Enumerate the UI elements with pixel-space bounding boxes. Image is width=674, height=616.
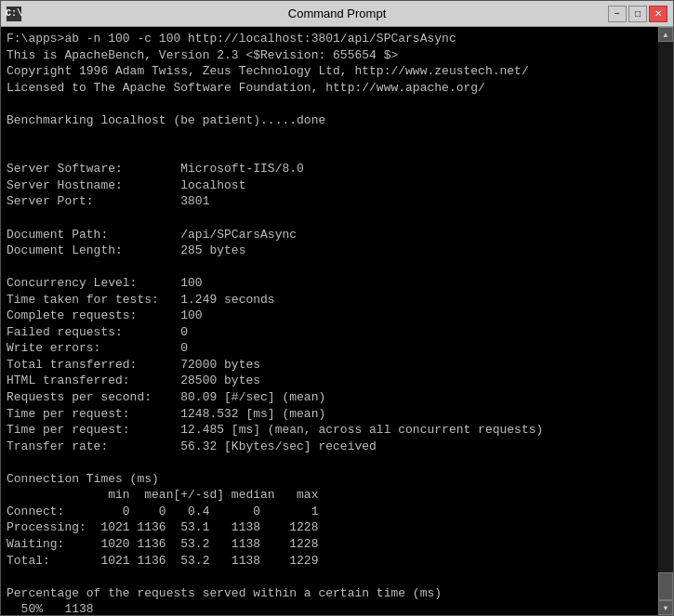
title-bar-left: C:\ — [7, 7, 21, 21]
window-title: Command Prompt — [288, 7, 386, 20]
title-bar: C:\ Command Prompt − □ ✕ — [1, 1, 673, 27]
scroll-down-button[interactable]: ▼ — [658, 600, 673, 615]
console-output[interactable]: F:\apps>ab -n 100 -c 100 http://localhos… — [1, 27, 658, 615]
console-area: F:\apps>ab -n 100 -c 100 http://localhos… — [1, 27, 673, 615]
close-button[interactable]: ✕ — [649, 6, 667, 22]
scroll-up-button[interactable]: ▲ — [658, 27, 673, 42]
scrollbar-track[interactable] — [658, 42, 673, 600]
cmd-icon: C:\ — [7, 7, 21, 21]
minimize-button[interactable]: − — [608, 6, 627, 22]
scrollbar[interactable]: ▲ ▼ — [658, 27, 673, 615]
scrollbar-thumb[interactable] — [658, 572, 673, 600]
command-prompt-window: C:\ Command Prompt − □ ✕ F:\apps>ab -n 1… — [0, 0, 674, 616]
window-controls: − □ ✕ — [608, 6, 667, 22]
maximize-button[interactable]: □ — [628, 6, 647, 22]
